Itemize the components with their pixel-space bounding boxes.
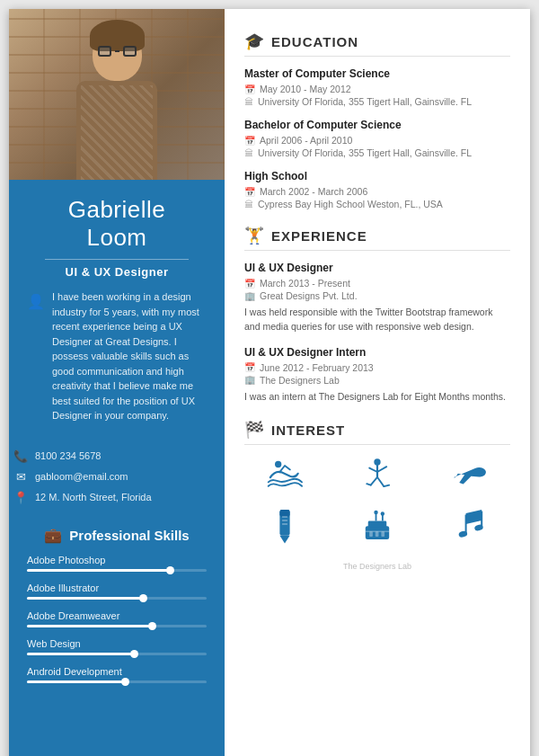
skill-item: Android Development [27, 666, 207, 683]
drawing-icon [244, 506, 326, 546]
exp-date: June 2012 - February 2013 [260, 362, 374, 373]
experience-header: 🏋 EXPERIENCE [244, 226, 510, 251]
skill-name: Android Development [27, 666, 207, 677]
skill-bar-fill [27, 680, 126, 683]
main-content: 🎓 EDUCATION Master of Computer Science 📅… [225, 9, 530, 756]
education-list: Master of Computer Science 📅 May 2010 - … [244, 67, 510, 209]
phone-icon: 📞 [13, 449, 28, 463]
experience-item: UI & UX Designer Intern 📅 June 2012 - Fe… [244, 346, 510, 405]
sidebar: Gabrielle Loom UI & UX Designer 👤 I have… [9, 9, 225, 756]
skill-name: Adobe Illustrator [27, 583, 207, 593]
yoga-icon [337, 456, 419, 495]
edu-degree: Master of Computer Science [244, 67, 510, 80]
profile-bio: 👤 I have been working in a design indust… [27, 289, 207, 423]
edu-date: April 2006 - April 2010 [260, 135, 352, 146]
phone-item: 📞 8100 234 5678 [13, 449, 220, 463]
skills-heading: 💼 Professional Skills [27, 527, 207, 544]
exp-description: I was held responsible with the Twitter … [244, 306, 510, 334]
exp-role: UI & UX Designer [244, 262, 510, 274]
svg-rect-16 [376, 531, 379, 537]
profile-name: Gabrielle Loom [27, 196, 207, 252]
exp-date-row: 📅 March 2013 - Present [244, 278, 510, 289]
edu-institution: University Of Florida, 355 Tigert Hall, … [258, 147, 472, 158]
skill-name: Adobe Photoshop [27, 555, 207, 565]
edu-institution: University Of Florida, 355 Tigert Hall, … [258, 96, 472, 107]
sidebar-info: Gabrielle Loom UI & UX Designer 👤 I have… [9, 180, 225, 449]
svg-point-0 [275, 461, 281, 467]
music-icon [429, 506, 510, 546]
skills-list: Adobe Photoshop Adobe Illustrator Adobe … [27, 555, 207, 683]
calendar-icon: 📅 [244, 84, 255, 94]
calendar-icon: 📅 [244, 136, 255, 146]
skill-item: Adobe Illustrator [27, 583, 207, 600]
skill-bar-fill [27, 597, 144, 600]
exp-date-row: 📅 June 2012 - February 2013 [244, 362, 510, 373]
skill-bar-bg [27, 597, 207, 600]
skill-item: Adobe Photoshop [27, 555, 207, 572]
travel-icon [429, 456, 510, 495]
edu-institution-row: 🏛 University Of Florida, 355 Tigert Hall… [244, 147, 510, 158]
skills-section: 💼 Professional Skills Adobe Photoshop Ad… [9, 518, 225, 703]
edu-date-row: 📅 March 2002 - March 2006 [244, 186, 510, 197]
bio-icon: 👤 [27, 291, 45, 313]
edu-institution-row: 🏛 Cypress Bay High School Weston, FL., U… [244, 199, 510, 209]
resume-container: Gabrielle Loom UI & UX Designer 👤 I have… [9, 9, 530, 756]
svg-rect-15 [369, 531, 373, 537]
skill-bar-bg [27, 653, 207, 655]
swimming-icon [244, 456, 326, 495]
edu-degree: Bachelor of Computer Science [244, 119, 510, 131]
svg-point-13 [374, 511, 377, 514]
address-item: 📍 12 M. North Street, Florida [13, 491, 220, 504]
edu-date: May 2010 - May 2012 [260, 84, 351, 94]
contact-section: 📞 8100 234 5678 ✉ gabloom@email.com 📍 12… [9, 449, 225, 504]
education-title: EDUCATION [271, 34, 358, 49]
location-icon: 📍 [13, 491, 28, 504]
briefcase-icon: 💼 [44, 527, 62, 544]
food-icon [337, 506, 419, 546]
edu-institution: Cypress Bay High School Weston, FL., USA [258, 199, 443, 209]
work-icon: 🏋 [244, 226, 264, 245]
building-icon: 🏛 [244, 97, 253, 107]
calendar-icon: 📅 [244, 362, 255, 372]
email-icon: ✉ [13, 470, 28, 484]
skill-bar-fill [27, 569, 171, 572]
exp-company-row: 🏢 Great Designs Pvt. Ltd. [244, 290, 510, 301]
experience-section: 🏋 EXPERIENCE UI & UX Designer 📅 March 20… [244, 226, 510, 404]
skill-name: Adobe Dreamweaver [27, 610, 207, 621]
svg-rect-17 [381, 531, 384, 537]
experience-item: UI & UX Designer 📅 March 2013 - Present … [244, 262, 510, 334]
education-section: 🎓 EDUCATION Master of Computer Science 📅… [244, 31, 510, 209]
svg-rect-6 [282, 520, 287, 521]
email-address: gabloom@email.com [35, 471, 128, 482]
svg-point-14 [381, 511, 384, 515]
edu-date-row: 📅 April 2006 - April 2010 [244, 135, 510, 146]
interest-section: 🏁 Interest [244, 420, 510, 546]
edu-date-row: 📅 May 2010 - May 2012 [244, 84, 510, 94]
building-icon: 🏛 [244, 200, 253, 209]
exp-role: UI & UX Designer Intern [244, 346, 510, 359]
company-icon: 🏢 [244, 291, 255, 301]
profile-title: UI & UX Designer [27, 265, 207, 279]
edu-date: March 2002 - March 2006 [260, 186, 367, 197]
building-icon: 🏛 [244, 148, 253, 158]
skill-bar-bg [27, 680, 207, 683]
graduation-icon: 🎓 [244, 31, 264, 51]
calendar-icon: 📅 [244, 279, 255, 289]
experience-list: UI & UX Designer 📅 March 2013 - Present … [244, 262, 510, 404]
svg-rect-9 [368, 521, 387, 528]
svg-rect-4 [280, 510, 290, 517]
profile-photo [9, 9, 225, 180]
exp-description: I was an intern at The Designers Lab for… [244, 390, 510, 405]
education-header: 🎓 EDUCATION [244, 31, 510, 57]
exp-company-row: 🏢 The Designers Lab [244, 375, 510, 386]
edu-degree: High School [244, 170, 510, 182]
education-item: Master of Computer Science 📅 May 2010 - … [244, 67, 510, 107]
exp-date: March 2013 - Present [260, 278, 350, 289]
skill-bar-bg [27, 569, 207, 572]
edu-institution-row: 🏛 University Of Florida, 355 Tigert Hall… [244, 96, 510, 107]
skill-bar-fill [27, 625, 153, 627]
interest-title: Interest [271, 422, 345, 438]
svg-rect-7 [282, 523, 287, 525]
watermark: The Designers Lab [244, 562, 510, 571]
skill-name: Web Design [27, 638, 207, 649]
